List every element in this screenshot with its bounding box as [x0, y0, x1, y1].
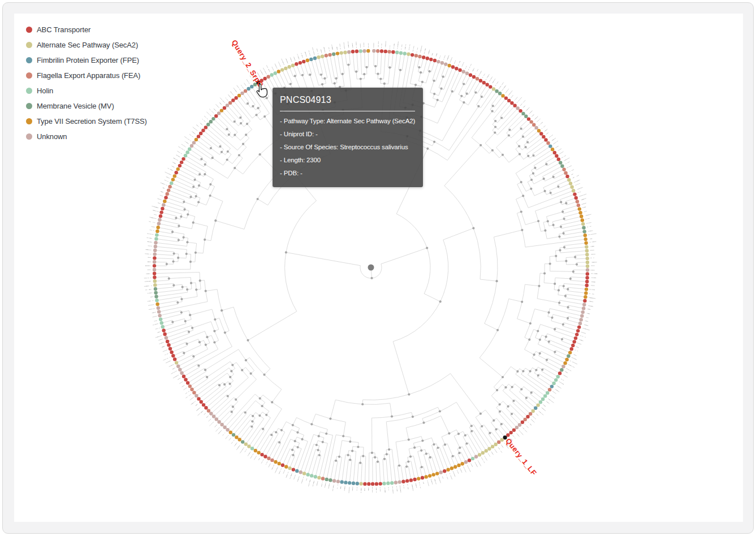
leaf-node[interactable]	[530, 120, 533, 123]
root-node[interactable]	[368, 265, 374, 271]
leaf-node[interactable]	[313, 57, 317, 60]
leaf-node[interactable]	[299, 470, 303, 474]
leaf-node[interactable]	[317, 55, 320, 59]
leaf-node[interactable]	[270, 73, 273, 76]
leaf-node[interactable]	[498, 92, 502, 95]
leaf-node[interactable]	[347, 50, 351, 54]
leaf-node[interactable]	[199, 132, 202, 135]
leaf-node[interactable]	[306, 59, 309, 62]
leaf-node[interactable]	[153, 264, 156, 267]
leaf-node[interactable]	[197, 135, 200, 138]
leaf-node[interactable]	[192, 391, 196, 394]
leaf-node[interactable]	[581, 310, 585, 314]
leaf-node[interactable]	[446, 468, 450, 472]
leaf-node[interactable]	[336, 51, 339, 55]
leaf-node[interactable]	[157, 222, 161, 225]
leaf-node[interactable]	[234, 96, 237, 100]
leaf-node[interactable]	[578, 207, 581, 210]
leaf-node[interactable]	[154, 237, 158, 240]
leaf-node[interactable]	[457, 464, 460, 467]
leaf-node[interactable]	[343, 51, 347, 54]
leaf-node[interactable]	[190, 388, 193, 391]
leaf-node[interactable]	[280, 68, 284, 71]
leaf-node[interactable]	[464, 460, 468, 464]
leaf-node[interactable]	[155, 230, 159, 233]
leaf-node[interactable]	[207, 409, 210, 412]
leaf-node[interactable]	[247, 444, 250, 448]
leaf-node[interactable]	[371, 482, 374, 486]
leaf-node[interactable]	[200, 400, 203, 404]
leaf-node[interactable]	[153, 260, 156, 263]
leaf-node[interactable]	[553, 151, 556, 154]
leaf-node[interactable]	[202, 403, 205, 407]
leaf-node[interactable]	[352, 482, 355, 485]
leaf-node[interactable]	[584, 241, 587, 245]
leaf-node[interactable]	[583, 299, 586, 302]
leaf-node[interactable]	[195, 394, 198, 397]
leaf-node[interactable]	[585, 276, 589, 279]
leaf-node[interactable]	[576, 200, 579, 203]
leaf-node[interactable]	[476, 77, 479, 80]
leaf-node[interactable]	[536, 403, 539, 407]
leaf-node[interactable]	[159, 210, 163, 214]
leaf-node[interactable]	[399, 51, 403, 55]
leaf-node[interactable]	[321, 477, 325, 480]
leaf-node[interactable]	[153, 279, 157, 283]
leaf-node[interactable]	[497, 440, 500, 444]
leaf-node[interactable]	[317, 476, 321, 479]
leaf-node[interactable]	[504, 96, 508, 100]
leaf-node[interactable]	[479, 79, 482, 83]
leaf-node[interactable]	[512, 429, 516, 432]
leaf-node[interactable]	[494, 443, 498, 446]
leaf-node[interactable]	[277, 70, 280, 73]
leaf-node[interactable]	[336, 479, 340, 483]
leaf-node[interactable]	[176, 167, 180, 171]
leaf-node[interactable]	[241, 440, 244, 443]
leaf-node[interactable]	[166, 192, 169, 196]
leaf-node[interactable]	[267, 457, 270, 460]
leaf-node[interactable]	[507, 99, 511, 102]
leaf-node[interactable]	[159, 318, 162, 321]
leaf-node[interactable]	[521, 112, 525, 115]
leaf-node[interactable]	[153, 252, 157, 256]
leaf-node[interactable]	[158, 218, 161, 222]
leaf-node[interactable]	[559, 161, 562, 165]
leaf-node[interactable]	[413, 478, 416, 481]
leaf-node[interactable]	[372, 49, 375, 53]
leaf-node[interactable]	[567, 355, 570, 358]
leaf-node[interactable]	[585, 253, 589, 256]
leaf-node[interactable]	[226, 103, 229, 107]
leaf-node[interactable]	[153, 275, 156, 279]
leaf-node[interactable]	[309, 58, 313, 61]
leaf-node[interactable]	[291, 64, 295, 67]
leaf-node[interactable]	[542, 135, 545, 139]
leaf-node[interactable]	[186, 381, 189, 384]
leaf-node[interactable]	[359, 482, 362, 485]
leaf-node[interactable]	[570, 347, 573, 351]
leaf-node[interactable]	[481, 451, 485, 455]
leaf-node[interactable]	[180, 371, 183, 375]
leaf-node[interactable]	[565, 175, 569, 178]
leaf-node[interactable]	[161, 207, 164, 210]
leaf-node[interactable]	[448, 64, 451, 67]
leaf-node[interactable]	[238, 438, 241, 441]
leaf-node[interactable]	[455, 67, 458, 70]
leaf-node[interactable]	[192, 141, 196, 144]
leaf-node[interactable]	[422, 55, 425, 59]
leaf-node[interactable]	[444, 62, 447, 66]
leaf-node[interactable]	[303, 472, 306, 475]
leaf-node[interactable]	[555, 154, 558, 158]
leaf-node[interactable]	[274, 460, 277, 464]
leaf-node[interactable]	[167, 188, 170, 192]
leaf-node[interactable]	[375, 482, 378, 486]
leaf-node[interactable]	[426, 57, 429, 60]
leaf-node[interactable]	[409, 478, 413, 482]
leaf-node[interactable]	[284, 465, 288, 468]
leaf-node[interactable]	[550, 384, 554, 388]
leaf-node[interactable]	[495, 89, 498, 93]
leaf-node[interactable]	[586, 257, 589, 260]
leaf-node[interactable]	[332, 479, 336, 482]
leaf-node[interactable]	[524, 115, 528, 118]
leaf-node[interactable]	[153, 268, 156, 271]
leaf-node[interactable]	[526, 415, 529, 418]
